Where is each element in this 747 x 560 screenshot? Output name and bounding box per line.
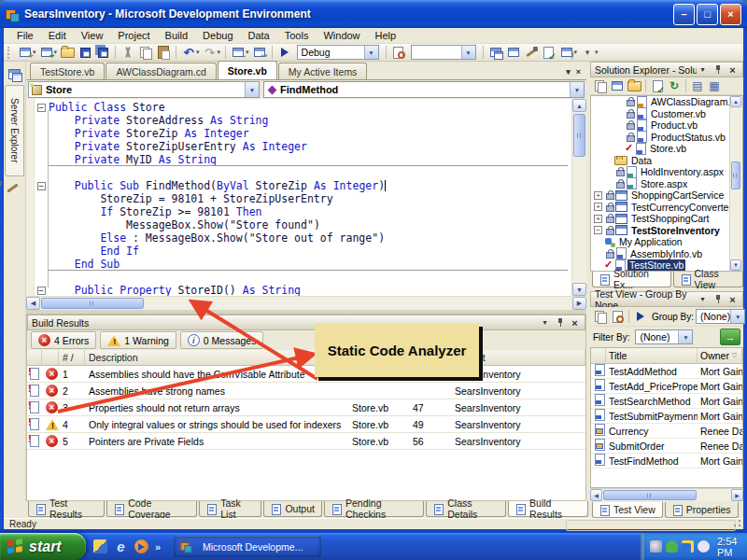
fold-marker[interactable] [34, 231, 49, 245]
window-menu-icon[interactable]: ▾ [697, 63, 709, 76]
fold-marker[interactable] [34, 218, 49, 231]
server-explorer-icon[interactable] [6, 64, 24, 83]
code-line[interactable]: Public Sub FindMethod(ByVal StoreZip As … [34, 179, 571, 192]
scroll-down-icon[interactable]: ▼ [572, 283, 586, 296]
error-row[interactable]: 2 Assemblies have strong names SearsInve… [27, 383, 585, 399]
undo-icon[interactable] [180, 45, 197, 60]
menu-item[interactable]: View [74, 29, 111, 42]
editor-tab[interactable]: Store.vb [218, 61, 277, 79]
menu-item[interactable]: Project [110, 29, 157, 42]
code-line[interactable] [34, 166, 571, 179]
code-editor[interactable]: Public Class Store Private StoreAddress … [26, 99, 586, 296]
minimize-button[interactable]: – [673, 4, 695, 25]
fold-marker[interactable] [34, 179, 49, 192]
properties-icon[interactable] [609, 78, 626, 93]
code-line[interactable]: Private StoreAddress As String [34, 114, 571, 127]
code-line[interactable]: Public Property StoreID() As String [34, 284, 571, 296]
test-row[interactable]: Currency Renee Da [591, 424, 742, 439]
fold-marker[interactable] [34, 245, 49, 258]
new-test-icon[interactable] [609, 309, 626, 324]
solution-tree-item[interactable]: ProductStatus.vb [591, 132, 742, 144]
test-row[interactable]: TestAddMethod Mort Gain [591, 364, 742, 379]
plusbox-icon[interactable]: + [594, 203, 602, 211]
menu-item[interactable]: Tools [277, 29, 317, 42]
show-all-files-icon[interactable] [592, 78, 609, 93]
solution-tree-item[interactable]: My Application [591, 236, 742, 248]
scroll-right-icon[interactable]: ▶ [572, 297, 586, 310]
close-document-icon[interactable]: × [576, 67, 581, 77]
solution-configuration-combo[interactable]: Debug ▼ [297, 45, 379, 60]
paste-icon[interactable] [155, 45, 172, 60]
solution-explorer-icon[interactable] [487, 45, 504, 60]
close-icon[interactable]: × [726, 293, 739, 305]
column-title[interactable]: Title [606, 348, 698, 363]
scroll-left-icon[interactable]: ◀ [26, 297, 40, 310]
server-explorer-vertical-tab[interactable]: Server Explorer [5, 85, 24, 176]
group-by-combo[interactable]: (None) ▼ [696, 309, 745, 324]
fold-marker[interactable] [34, 258, 49, 271]
scroll-left-icon[interactable]: ◀ [590, 489, 602, 501]
column-description[interactable]: Description [85, 350, 348, 365]
menu-item[interactable]: Edit [41, 29, 74, 42]
code-line[interactable]: Private StoreZipUserEntry As Integer [34, 140, 571, 153]
close-icon[interactable]: × [726, 63, 739, 76]
detail-view-icon[interactable] [706, 78, 723, 93]
solution-tree-item[interactable]: Product.vb [591, 119, 742, 132]
dock-menu-icon[interactable]: ▾ [566, 67, 571, 77]
tab-task-list[interactable]: Task List [199, 501, 261, 517]
solution-tree-item[interactable]: Customer.vb [591, 108, 742, 120]
solution-tree-item[interactable]: + TestCurrencyConverter [591, 202, 742, 214]
code-line[interactable]: Else : MessageBox.Show("Store out of ran… [34, 231, 571, 245]
start-button[interactable]: start [0, 533, 86, 560]
code-line[interactable]: End If [34, 245, 571, 258]
plusbox-icon[interactable]: + [594, 191, 602, 200]
code-line[interactable]: If StoreZip >= 98101 Then [34, 205, 571, 218]
task-list-icon[interactable] [541, 45, 557, 60]
solution-tree-item[interactable]: Store.vb [591, 143, 742, 155]
view-code-icon[interactable] [649, 78, 666, 93]
filter-by-combo[interactable]: (None) ▼ [635, 329, 693, 344]
tab-build-results[interactable]: Build Results [508, 501, 588, 517]
tab-class-details[interactable]: Class Details [426, 501, 506, 517]
editor-tab[interactable]: AWClassDiagram.cd [106, 63, 216, 79]
error-row[interactable]: 5 Pointers are Private Fields Store.vb 5… [27, 433, 585, 450]
solution-tree-item[interactable]: Store.aspx [591, 178, 742, 190]
find-in-files-icon[interactable] [390, 45, 407, 60]
chevron-down-icon[interactable]: ▼ [570, 82, 584, 97]
editor-tab[interactable]: My Active Items [278, 63, 368, 79]
fold-marker[interactable] [34, 271, 49, 284]
close-button[interactable]: × [720, 4, 741, 25]
tab-test-results[interactable]: Test Results [28, 501, 105, 517]
add-item-icon[interactable] [38, 45, 55, 60]
other-windows-icon[interactable] [558, 45, 575, 60]
messages-filter-button[interactable]: 0 Messages [180, 331, 264, 349]
run-tests-icon[interactable] [632, 309, 649, 324]
solution-tree-item[interactable]: + ShoppingCartService [591, 189, 742, 202]
fold-marker[interactable] [34, 114, 49, 127]
tab-test-view[interactable]: Test View [592, 502, 663, 518]
column-owner[interactable]: Owner ▽ [698, 348, 742, 363]
maximize-button[interactable]: □ [697, 4, 718, 25]
code-line[interactable]: Private StoreZip As Integer [34, 127, 571, 140]
test-view-horizontal-scrollbar[interactable]: ◀ ▶ [590, 488, 743, 501]
menu-item[interactable]: File [9, 29, 41, 42]
scrollbar-thumb[interactable] [603, 490, 697, 500]
editor-tab[interactable]: TestStore.vb [30, 63, 105, 79]
scrollbar-thumb[interactable] [573, 114, 585, 157]
pin-icon[interactable] [712, 293, 724, 305]
apply-filter-button[interactable]: → [720, 329, 740, 345]
class-name-combo[interactable]: Store ▼ [28, 81, 260, 98]
tab-solution-explorer[interactable]: Solution Ex... [592, 272, 671, 287]
editor-vertical-scrollbar[interactable]: ▲ ▼ [571, 99, 586, 296]
code-line[interactable]: MessageBox.Show("Store found") [34, 218, 571, 231]
pin-icon[interactable] [712, 63, 724, 76]
redo-icon[interactable] [202, 45, 218, 60]
tab-output[interactable]: Output [263, 501, 322, 517]
window-menu-icon[interactable]: ▾ [539, 316, 551, 329]
open-file-icon[interactable] [59, 45, 76, 60]
list-view-icon[interactable] [689, 78, 706, 93]
scrollbar-thumb[interactable] [731, 161, 740, 189]
plusbox-icon[interactable]: + [594, 215, 602, 223]
chevron-down-icon[interactable]: ▼ [245, 82, 259, 97]
menu-item[interactable]: Data [241, 29, 277, 42]
